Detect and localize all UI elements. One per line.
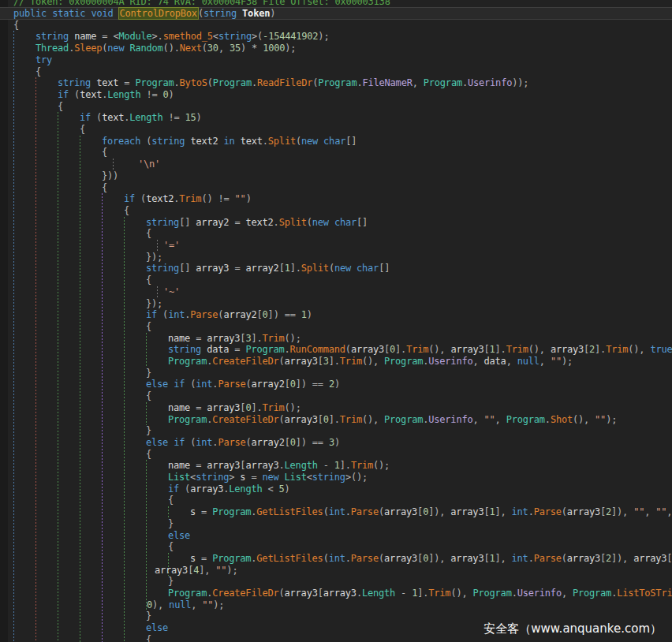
code-token[interactable]: public	[13, 8, 47, 19]
code-token[interactable]: Trim	[606, 344, 628, 355]
code-token[interactable]: if	[80, 112, 91, 123]
code-token[interactable]: 1	[334, 460, 340, 471]
code-token[interactable]: try	[35, 54, 52, 65]
code-token[interactable]: string	[218, 31, 252, 42]
code-token[interactable]: else	[168, 530, 190, 541]
code-token[interactable]: Program	[212, 553, 251, 564]
code-token[interactable]: array3	[155, 565, 188, 576]
code-token[interactable]: }	[168, 518, 174, 529]
code-token[interactable]: array3	[450, 553, 483, 564]
code-token[interactable]: array2	[252, 379, 285, 390]
code-token[interactable]: Length	[362, 588, 395, 599]
code-token[interactable]: new	[334, 263, 351, 274]
code-token[interactable]: (),	[528, 344, 551, 355]
code-token[interactable]: 0	[323, 414, 329, 425]
code-token[interactable]: Program	[135, 77, 174, 88]
code-token[interactable]: new	[301, 136, 318, 147]
code-token[interactable]: Split	[279, 217, 307, 228]
code-token[interactable]: Trim	[262, 402, 284, 413]
code-token[interactable]: else	[146, 379, 168, 390]
code-token[interactable]: Program	[212, 506, 251, 517]
code-token[interactable]: (	[296, 136, 301, 147]
code-token[interactable]: [	[318, 588, 323, 599]
code-token[interactable]: array3	[384, 553, 417, 564]
code-editor[interactable]: // Token: 0x0000004A RID: 74 RVA: 0x0000…	[0, 0, 672, 642]
code-token[interactable]: string	[151, 136, 185, 147]
code-token[interactable]: .	[357, 588, 362, 599]
code-token[interactable]: ].	[340, 460, 351, 471]
code-token[interactable]: (	[345, 344, 351, 355]
code-token[interactable]: ));	[512, 77, 528, 88]
code-token[interactable]: RunCommand	[290, 344, 345, 355]
code-token[interactable]: Program	[472, 588, 511, 599]
code-token[interactable]: (	[329, 263, 334, 274]
code-token[interactable]: ,	[666, 506, 672, 517]
code-token[interactable]: Length	[129, 112, 162, 123]
code-token[interactable]: {	[124, 205, 129, 216]
code-line[interactable]: Program.CreateFileDr(array3[0].Trim(), P…	[168, 414, 617, 426]
code-token[interactable]: Userinfo	[428, 414, 472, 425]
code-token[interactable]: -	[323, 460, 329, 471]
code-token[interactable]: 15	[185, 112, 196, 123]
code-line[interactable]: }))	[102, 170, 118, 182]
code-line[interactable]: {	[168, 495, 174, 506]
code-line[interactable]: string[] array2 = text2.Split(new char[]	[146, 217, 368, 229]
code-token[interactable]: new	[262, 472, 278, 483]
code-token[interactable]: Userinfo	[428, 356, 472, 367]
code-token[interactable]: ])	[296, 437, 307, 448]
code-token[interactable]: ,	[191, 599, 202, 610]
code-token[interactable]: name	[69, 31, 102, 42]
code-token[interactable]: Program	[384, 414, 423, 425]
code-token[interactable]: []	[379, 263, 390, 274]
code-token[interactable]: )	[270, 8, 275, 19]
code-token[interactable]	[158, 89, 163, 100]
code-token[interactable]: .	[285, 344, 290, 355]
code-token[interactable]: array3	[201, 460, 240, 471]
code-token[interactable]: ].	[395, 344, 406, 355]
code-token[interactable]: Random	[129, 43, 162, 54]
code-token[interactable]: 35	[230, 43, 241, 54]
code-token[interactable]: });	[146, 252, 162, 263]
code-token[interactable]: null	[517, 356, 539, 367]
code-token[interactable]: ();	[285, 333, 301, 344]
code-line[interactable]: 0), null, "");	[147, 599, 224, 611]
code-token[interactable]: Trim	[506, 344, 528, 355]
code-token[interactable]: ].	[251, 402, 262, 413]
code-token[interactable]	[230, 193, 235, 204]
code-token[interactable]: (),	[573, 414, 595, 425]
code-token[interactable]: if	[168, 483, 179, 495]
code-token[interactable]: (	[246, 437, 252, 448]
code-token[interactable]: 0	[263, 309, 268, 320]
code-token[interactable]: Token	[242, 8, 270, 19]
code-line[interactable]: }	[168, 576, 174, 588]
code-token[interactable]: )	[285, 483, 290, 495]
code-token[interactable]: .	[263, 136, 268, 147]
code-token[interactable]: CreateFileDr	[212, 588, 278, 599]
code-token[interactable]: array2	[240, 263, 278, 274]
code-line[interactable]: s = Program.GetListFiles(int.Parse(array…	[190, 506, 672, 518]
code-token[interactable]: Parse	[351, 506, 379, 517]
code-token[interactable]: 2	[329, 379, 334, 390]
code-token[interactable]: 1000	[263, 43, 285, 54]
code-token[interactable]: List	[285, 472, 307, 483]
code-line[interactable]: s = Program.GetListFiles(int.Parse(array…	[190, 553, 672, 565]
code-token[interactable]: ()	[201, 193, 212, 204]
code-token[interactable]: ])	[268, 309, 279, 320]
code-token[interactable]: (	[307, 217, 312, 228]
code-token[interactable]: Trim	[340, 356, 362, 367]
code-token[interactable]: array3	[201, 402, 240, 413]
code-token[interactable]: (),	[428, 344, 450, 355]
code-token[interactable]: array3	[633, 553, 666, 564]
code-token[interactable]: '='	[163, 240, 180, 251]
code-token[interactable]: s	[190, 506, 201, 517]
code-token[interactable]: ],	[199, 565, 215, 576]
code-token[interactable]: (	[323, 553, 329, 564]
code-token[interactable]	[279, 472, 285, 483]
code-token[interactable]: ==	[285, 309, 296, 320]
code-token[interactable]: );	[285, 43, 296, 54]
code-token[interactable]: string	[35, 31, 69, 42]
code-token[interactable]: [	[318, 356, 323, 367]
code-token[interactable]: Parse	[190, 309, 218, 320]
code-token[interactable]: char	[334, 217, 357, 228]
code-token[interactable]: new	[107, 43, 124, 54]
